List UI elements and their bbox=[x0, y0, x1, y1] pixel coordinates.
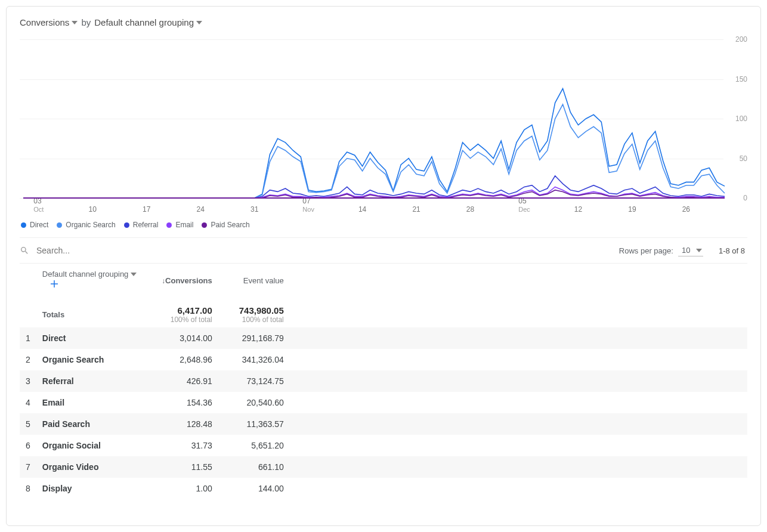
table-row[interactable]: 1Direct3,014.00291,168.79 bbox=[20, 327, 747, 349]
row-event-value: 291,168.79 bbox=[218, 327, 290, 349]
by-label: by bbox=[81, 17, 91, 27]
table-toolbar: Rows per page: 10 1-8 of 8 bbox=[20, 237, 747, 264]
row-name: Organic Video bbox=[36, 456, 147, 478]
search-wrap bbox=[20, 245, 619, 256]
row-event-value: 11,363.57 bbox=[218, 413, 290, 435]
legend-item[interactable]: Email bbox=[166, 221, 193, 229]
table-row[interactable]: 6Organic Social31.735,651.20 bbox=[20, 435, 747, 456]
caret-down-icon bbox=[196, 20, 202, 26]
rows-per-page: Rows per page: 10 bbox=[619, 245, 703, 256]
table-header-row: Default channel grouping ↓Conversions Ev… bbox=[20, 264, 747, 297]
row-index: 2 bbox=[20, 349, 36, 370]
row-index: 3 bbox=[20, 370, 36, 392]
caret-down-icon bbox=[131, 271, 137, 277]
row-conversions: 154.36 bbox=[147, 392, 218, 413]
add-dimension-button[interactable] bbox=[49, 282, 60, 291]
legend-item[interactable]: Organic Search bbox=[57, 221, 115, 229]
row-index: 8 bbox=[20, 478, 36, 499]
analytics-card: Conversions by Default channel grouping … bbox=[6, 6, 761, 526]
metric-dropdown[interactable]: Conversions bbox=[20, 17, 78, 27]
row-conversions: 426.91 bbox=[147, 370, 218, 392]
data-table: Default channel grouping ↓Conversions Ev… bbox=[20, 264, 747, 499]
row-name: Referral bbox=[36, 370, 147, 392]
dimension-column-label: Default channel grouping bbox=[42, 270, 129, 279]
row-event-value: 20,540.60 bbox=[218, 392, 290, 413]
legend-dot-icon bbox=[21, 222, 26, 228]
totals-label: Totals bbox=[42, 310, 64, 319]
totals-row: Totals 6,417.00 100% of total 743,980.05… bbox=[20, 297, 747, 327]
chart-svg bbox=[20, 33, 749, 218]
legend-label: Email bbox=[175, 221, 193, 229]
dimension-column-header[interactable]: Default channel grouping bbox=[42, 270, 137, 279]
caret-down-icon bbox=[72, 20, 78, 26]
legend-label: Referral bbox=[133, 221, 159, 229]
row-event-value: 661.10 bbox=[218, 456, 290, 478]
table-row[interactable]: 4Email154.3620,540.60 bbox=[20, 392, 747, 413]
dimension-dropdown-label: Default channel grouping bbox=[94, 17, 194, 27]
legend-item[interactable]: Direct bbox=[21, 221, 48, 229]
caret-down-icon bbox=[696, 248, 702, 253]
row-name: Direct bbox=[36, 327, 147, 349]
row-event-value: 144.00 bbox=[218, 478, 290, 499]
row-index: 5 bbox=[20, 413, 36, 435]
row-name: Display bbox=[36, 478, 147, 499]
legend-dot-icon bbox=[57, 222, 62, 228]
table-row[interactable]: 3Referral426.9173,124.75 bbox=[20, 370, 747, 392]
rows-per-page-label: Rows per page: bbox=[619, 246, 673, 255]
series-line bbox=[23, 104, 725, 198]
totals-conversions-sub: 100% of total bbox=[153, 316, 212, 324]
row-name: Email bbox=[36, 392, 147, 413]
legend-dot-icon bbox=[202, 222, 207, 228]
table-row[interactable]: 2Organic Search2,648.96341,326.04 bbox=[20, 349, 747, 370]
row-name: Organic Social bbox=[36, 435, 147, 456]
row-conversions: 3,014.00 bbox=[147, 327, 218, 349]
table-row[interactable]: 8Display1.00144.00 bbox=[20, 478, 747, 499]
row-index: 1 bbox=[20, 327, 36, 349]
row-name: Organic Search bbox=[36, 349, 147, 370]
row-index: 7 bbox=[20, 456, 36, 478]
series-line bbox=[23, 89, 725, 199]
line-chart: 05010015020003Oct1017243107Nov14212805De… bbox=[20, 33, 747, 218]
legend-label: Organic Search bbox=[66, 221, 115, 229]
row-name: Paid Search bbox=[36, 413, 147, 435]
legend-label: Direct bbox=[30, 221, 48, 229]
totals-event-value-sub: 100% of total bbox=[224, 316, 284, 324]
chart-legend: DirectOrganic SearchReferralEmailPaid Se… bbox=[20, 221, 747, 229]
search-icon bbox=[20, 246, 29, 255]
row-conversions: 128.48 bbox=[147, 413, 218, 435]
rows-per-page-value: 10 bbox=[682, 246, 690, 255]
table-row[interactable]: 7Organic Video11.55661.10 bbox=[20, 456, 747, 478]
row-index: 4 bbox=[20, 392, 36, 413]
metric-dropdown-label: Conversions bbox=[20, 17, 69, 27]
legend-label: Paid Search bbox=[211, 221, 249, 229]
conversions-column-header[interactable]: ↓Conversions bbox=[147, 264, 218, 297]
event-value-column-label: Event value bbox=[243, 276, 284, 285]
row-event-value: 341,326.04 bbox=[218, 349, 290, 370]
row-index: 6 bbox=[20, 435, 36, 456]
legend-item[interactable]: Referral bbox=[124, 221, 159, 229]
conversions-column-label: Conversions bbox=[165, 276, 212, 285]
row-event-value: 5,651.20 bbox=[218, 435, 290, 456]
row-conversions: 11.55 bbox=[147, 456, 218, 478]
totals-conversions: 6,417.00 bbox=[153, 305, 212, 316]
dimension-dropdown[interactable]: Default channel grouping bbox=[94, 17, 202, 27]
rows-per-page-select[interactable]: 10 bbox=[678, 245, 703, 256]
event-value-column-header[interactable]: Event value bbox=[218, 264, 290, 297]
row-conversions: 1.00 bbox=[147, 478, 218, 499]
search-input[interactable] bbox=[35, 245, 178, 256]
totals-event-value: 743,980.05 bbox=[224, 305, 284, 316]
chart-title-row: Conversions by Default channel grouping bbox=[20, 17, 747, 27]
page-indicator: 1-8 of 8 bbox=[719, 246, 745, 255]
row-event-value: 73,124.75 bbox=[218, 370, 290, 392]
legend-dot-icon bbox=[124, 222, 129, 228]
table-row[interactable]: 5Paid Search128.4811,363.57 bbox=[20, 413, 747, 435]
legend-item[interactable]: Paid Search bbox=[202, 221, 249, 229]
row-conversions: 31.73 bbox=[147, 435, 218, 456]
row-conversions: 2,648.96 bbox=[147, 349, 218, 370]
legend-dot-icon bbox=[166, 222, 172, 228]
